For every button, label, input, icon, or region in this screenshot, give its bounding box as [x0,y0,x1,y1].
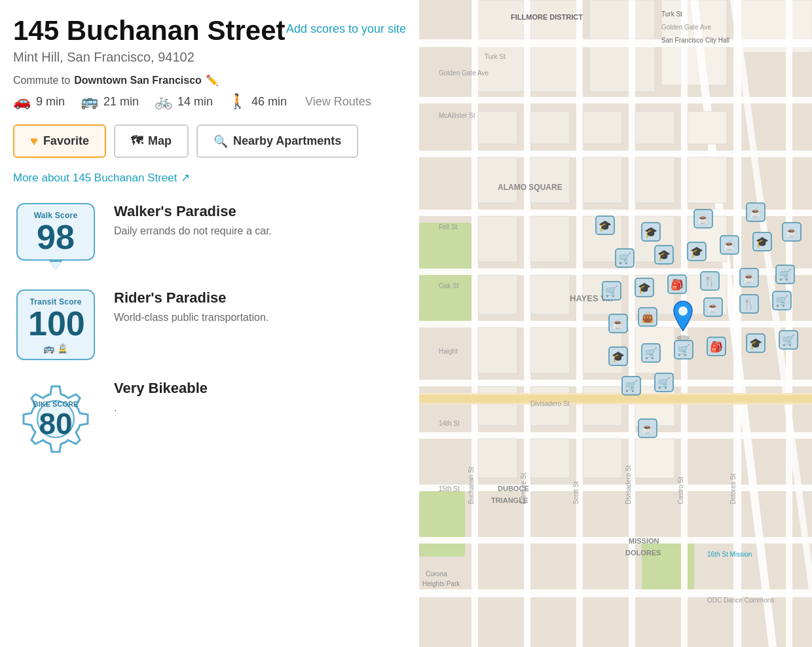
scores-section: Walk Score 98 Walker's Paradise Daily er… [13,203,406,458]
svg-text:Heights Park: Heights Park [422,580,460,587]
svg-rect-44 [530,275,570,314]
svg-text:🎓: 🎓 [644,226,657,238]
svg-text:Haight: Haight [439,348,458,355]
svg-text:Scott St: Scott St [572,481,580,504]
bike-score-title: Very Bikeable [114,380,406,397]
svg-text:👜: 👜 [641,311,654,324]
walk-commute: 🚶 46 min [229,93,287,110]
transit-score-badge: Transit Score 100 🚌 🚊 [13,289,98,360]
svg-text:🛒: 🛒 [618,252,631,265]
svg-text:🛒: 🛒 [644,347,657,360]
edit-icon[interactable]: ✏️ [206,74,219,86]
svg-rect-39 [478,386,517,426]
svg-rect-43 [530,216,570,262]
svg-text:☕: ☕ [641,422,654,435]
external-link-icon: ↗ [181,171,190,185]
svg-rect-56 [635,157,674,203]
svg-text:☕: ☕ [743,272,756,284]
svg-rect-25 [471,0,478,647]
walk-score-title: Walker's Paradise [114,203,406,220]
address-title: 145 Buchanan Street [13,16,286,46]
svg-text:Dolores St: Dolores St [729,473,737,504]
bike-score-text: . [114,401,406,415]
car-time: 9 min [36,95,65,109]
bus-time: 21 min [103,95,139,109]
bike-score-inner: Bike Score 80 [33,400,78,439]
svg-text:ALAMO SQUARE: ALAMO SQUARE [498,183,563,192]
svg-text:Fell St: Fell St [439,223,458,231]
svg-text:Divisadero St: Divisadero St [625,465,632,504]
svg-rect-11 [530,46,583,92]
map-panel[interactable]: FILLMORE DISTRICT Turk St Golden Gate Av… [419,0,812,647]
bike-score-number: 80 [33,409,78,439]
svg-text:ODC Dance Commons: ODC Dance Commons [707,597,774,604]
walk-time: 46 min [251,95,287,109]
svg-text:🎓: 🎓 [657,249,671,261]
svg-text:Turk St: Turk St [661,10,682,18]
bike-score-badge: Bike Score 80 [13,380,98,458]
commute-destination: Downtown San Francisco [74,75,202,86]
svg-rect-41 [530,111,570,144]
svg-text:🛒: 🛒 [779,268,792,281]
svg-rect-12 [589,46,655,92]
svg-text:🛒: 🛒 [657,377,671,389]
heart-icon: ♥ [30,134,38,149]
svg-rect-47 [530,439,570,478]
bike-score-gear: Bike Score 80 [16,380,95,458]
view-routes-button[interactable]: View Routes [305,95,371,109]
map-container[interactable]: FILLMORE DISTRICT Turk St Golden Gate Av… [419,0,812,647]
car-icon: 🚗 [13,93,31,110]
svg-text:16th St Mission: 16th St Mission [707,551,752,558]
bike-score-row: Bike Score 80 Very Bikeable . [13,380,406,458]
svg-text:Golden Gate Ave: Golden Gate Ave [439,69,489,77]
svg-rect-53 [583,386,622,426]
svg-text:🎓: 🎓 [756,236,769,248]
svg-text:🛒: 🛒 [605,285,618,297]
svg-text:14th St: 14th St [439,420,460,427]
walk-score-text: Daily errands do not require a car. [114,224,406,238]
walk-icon: 🚶 [229,93,246,110]
svg-text:DOLORES: DOLORES [625,549,661,557]
svg-text:MISSION: MISSION [629,537,659,545]
svg-rect-42 [530,157,570,203]
walk-score-number: 98 [28,220,83,254]
svg-rect-36 [478,216,517,262]
svg-rect-13 [661,46,727,85]
nearby-apartments-button[interactable]: 🔍 Nearby Apartments [196,124,358,158]
svg-rect-67 [419,395,812,403]
svg-text:San Francisco City Hall: San Francisco City Hall [661,37,729,44]
walk-score-bubble: Walk Score 98 [16,203,95,261]
svg-rect-37 [478,275,517,314]
svg-rect-26 [524,0,530,647]
svg-text:🍴: 🍴 [703,275,716,287]
svg-rect-35 [478,157,517,203]
svg-rect-45 [530,327,570,373]
bike-time: 14 min [177,95,213,109]
map-svg: FILLMORE DISTRICT Turk St Golden Gate Av… [419,0,812,647]
svg-point-134 [678,306,688,316]
more-about-link[interactable]: More about 145 Buchanan Street ↗ [13,171,190,185]
transit-icons: 🚌 🚊 [28,343,83,354]
svg-text:Fillmore St: Fillmore St [520,473,527,504]
svg-text:Golden Gate Ave: Golden Gate Ave [661,24,711,31]
svg-text:🛒: 🛒 [775,295,788,307]
svg-text:🎒: 🎒 [710,341,723,353]
svg-rect-54 [583,439,622,478]
transit-score-number: 100 [28,306,83,341]
svg-text:🍴: 🍴 [743,298,756,310]
svg-rect-4 [419,491,465,557]
add-scores-link[interactable]: Add scores to your site [286,16,406,36]
map-icon: 🗺 [131,134,143,148]
svg-rect-63 [688,157,727,203]
transit-score-title: Rider's Paradise [114,289,406,306]
map-button[interactable]: 🗺 Map [114,124,189,158]
svg-text:FILLMORE DISTRICT: FILLMORE DISTRICT [511,13,583,21]
transit-score-bubble: Transit Score 100 🚌 🚊 [16,289,95,360]
svg-text:🛒: 🛒 [625,380,638,392]
svg-text:🎓: 🎓 [599,219,612,232]
svg-rect-34 [478,111,517,144]
favorite-button[interactable]: ♥ Favorite [13,124,106,158]
transit-score-row: Transit Score 100 🚌 🚊 Rider's Paradise W… [13,289,406,360]
svg-text:15th St: 15th St [439,485,460,492]
svg-text:McAllister St: McAllister St [439,112,475,119]
